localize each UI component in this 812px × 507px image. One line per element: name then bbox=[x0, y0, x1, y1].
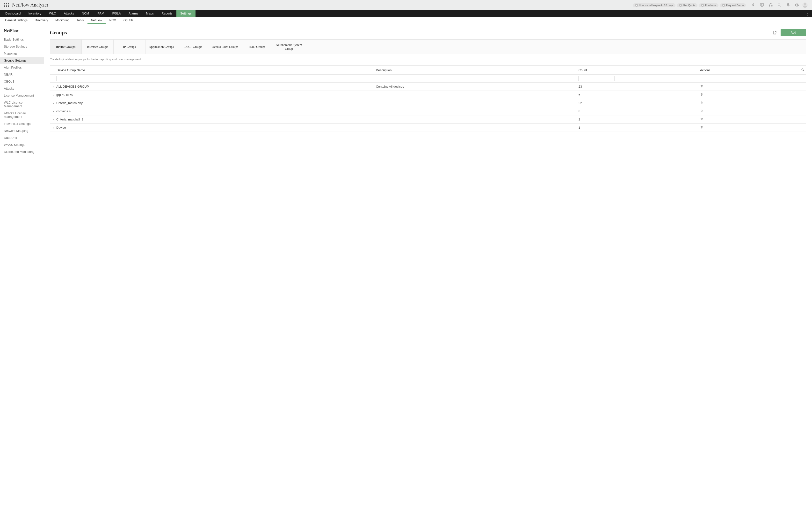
row-name[interactable]: grp 40 to 60 bbox=[56, 93, 73, 97]
secondary-nav-discovery[interactable]: Discovery bbox=[31, 17, 52, 24]
sidebar-item-network-mapping[interactable]: Network Mapping bbox=[0, 127, 44, 134]
primary-nav-ncm[interactable]: NCM bbox=[78, 10, 93, 17]
license-pills: •License will expire in 28 days•Get Quot… bbox=[631, 3, 746, 7]
row-name[interactable]: contains 4 bbox=[56, 109, 70, 113]
svg-rect-1 bbox=[769, 5, 770, 6]
table-row: Device1 bbox=[50, 124, 806, 132]
sidebar-item-storage-settings[interactable]: Storage Settings bbox=[0, 43, 44, 50]
sidebar-item-groups-settings[interactable]: Groups Settings bbox=[0, 57, 44, 64]
sidebar-item-nbar[interactable]: NBAR bbox=[0, 71, 44, 78]
sidebar-item-basic-settings[interactable]: Basic Settings bbox=[0, 36, 44, 43]
tab-device-groups[interactable]: Device Groups bbox=[50, 40, 82, 54]
svg-rect-2 bbox=[772, 5, 772, 6]
primary-nav-maps[interactable]: Maps bbox=[142, 10, 158, 17]
sidebar-item-alert-profiles[interactable]: Alert Profiles bbox=[0, 64, 44, 71]
sidebar-item-attacks[interactable]: Attacks bbox=[0, 85, 44, 92]
tab-application-groups[interactable]: Application Groups bbox=[146, 40, 177, 54]
sidebar-item-flow-filter-settings[interactable]: Flow Filter Settings bbox=[0, 120, 44, 127]
row-name[interactable]: Criteria_matchall_2 bbox=[56, 118, 83, 121]
sidebar-item-distributed-monitoring[interactable]: Distributed Monitoring bbox=[0, 148, 44, 155]
table-search-icon[interactable] bbox=[801, 68, 804, 72]
expand-icon[interactable] bbox=[53, 86, 54, 88]
expand-icon[interactable] bbox=[53, 94, 54, 96]
export-csv-icon[interactable]: CSV bbox=[772, 30, 777, 35]
add-button[interactable]: Add bbox=[780, 29, 806, 36]
primary-nav-dashboard[interactable]: Dashboard bbox=[1, 10, 24, 17]
search-icon[interactable] bbox=[777, 3, 781, 7]
secondary-nav-oputils[interactable]: OpUtils bbox=[120, 17, 137, 24]
secondary-nav-netflow[interactable]: NetFlow bbox=[88, 17, 106, 24]
tab-access-point-groups[interactable]: Access Point Groups bbox=[209, 40, 241, 54]
row-desc bbox=[374, 99, 576, 107]
row-desc: Contains All devices bbox=[374, 82, 576, 91]
pill-eye[interactable]: •Request Demo bbox=[720, 3, 746, 7]
tab-ssid-groups[interactable]: SSID Groups bbox=[241, 40, 273, 54]
sidebar-item-cbqos[interactable]: CBQoS bbox=[0, 78, 44, 85]
eye-icon: • bbox=[722, 4, 725, 7]
sidebar-item-wlc-license-management[interactable]: WLC License Management bbox=[0, 99, 44, 110]
pill-clock[interactable]: •License will expire in 28 days bbox=[633, 3, 675, 7]
user-avatar[interactable] bbox=[802, 2, 808, 8]
delete-icon[interactable] bbox=[700, 109, 703, 113]
table-row: Criteria_match any22 bbox=[50, 99, 806, 107]
secondary-nav-monitoring[interactable]: Monitoring bbox=[52, 17, 73, 24]
dollar-icon: • bbox=[679, 4, 682, 7]
secondary-nav-ncm[interactable]: NCM bbox=[106, 17, 120, 24]
delete-icon[interactable] bbox=[700, 125, 703, 129]
delete-icon[interactable] bbox=[700, 84, 703, 88]
primary-nav-inventory[interactable]: Inventory bbox=[24, 10, 45, 17]
filter-name-input[interactable] bbox=[57, 76, 158, 81]
tab-interface-groups[interactable]: Interface Groups bbox=[82, 40, 114, 54]
th-desc[interactable]: Description bbox=[374, 66, 576, 74]
row-count: 8 bbox=[576, 107, 698, 115]
secondary-nav-tools[interactable]: Tools bbox=[73, 17, 87, 24]
tab-autonomous-system-group[interactable]: Autonomous System Group bbox=[273, 40, 305, 54]
primary-nav-reports[interactable]: Reports bbox=[158, 10, 176, 17]
sidebar-item-mappings[interactable]: Mappings bbox=[0, 50, 44, 57]
filter-count-input[interactable] bbox=[578, 76, 615, 81]
tab-ip-groups[interactable]: IP Groups bbox=[114, 40, 146, 54]
filter-desc-input[interactable] bbox=[376, 76, 477, 81]
sidebar-item-attacks-license-management[interactable]: Attacks License Management bbox=[0, 110, 44, 120]
apps-grid-icon[interactable] bbox=[4, 3, 9, 7]
pill-cart[interactable]: •Purchase bbox=[699, 3, 718, 7]
delete-icon[interactable] bbox=[700, 101, 703, 104]
table-row: ALL DEVICES GROUPContains All devices23 bbox=[50, 82, 806, 91]
gear-icon[interactable] bbox=[795, 3, 799, 7]
group-tabs: Device GroupsInterface GroupsIP GroupsAp… bbox=[50, 39, 806, 54]
primary-nav-ipam[interactable]: IPAM bbox=[93, 10, 108, 17]
row-name[interactable]: Criteria_match any bbox=[56, 101, 83, 105]
expand-icon[interactable] bbox=[53, 111, 54, 113]
pill-dollar[interactable]: •Get Quote bbox=[677, 3, 698, 7]
pill-label: License will expire in 28 days bbox=[639, 4, 673, 7]
primary-nav-attacks[interactable]: Attacks bbox=[60, 10, 78, 17]
th-count[interactable]: Count bbox=[576, 66, 698, 74]
th-name[interactable]: Device Group Name bbox=[50, 66, 374, 74]
headset-icon[interactable] bbox=[768, 3, 773, 7]
pill-label: Get Quote bbox=[683, 4, 695, 7]
expand-icon[interactable] bbox=[53, 102, 54, 104]
row-count: 6 bbox=[576, 91, 698, 99]
row-name[interactable]: Device bbox=[56, 126, 66, 129]
sidebar-title: NetFlow bbox=[0, 28, 44, 36]
bell-icon[interactable] bbox=[786, 3, 790, 7]
primary-nav-alarms[interactable]: Alarms bbox=[125, 10, 142, 17]
secondary-nav-general-settings[interactable]: General Settings bbox=[1, 17, 31, 24]
row-count: 22 bbox=[576, 99, 698, 107]
expand-icon[interactable] bbox=[53, 119, 54, 121]
pill-label: Purchase bbox=[705, 4, 716, 7]
primary-nav-wlc[interactable]: WLC bbox=[45, 10, 60, 17]
sidebar-item-data-unit[interactable]: Data Unit bbox=[0, 134, 44, 141]
delete-icon[interactable] bbox=[700, 117, 703, 121]
primary-nav-ipsla[interactable]: IPSLA bbox=[108, 10, 125, 17]
expand-icon[interactable] bbox=[53, 127, 54, 129]
primary-nav-settings[interactable]: Settings bbox=[176, 10, 196, 17]
sidebar-item-license-management[interactable]: License Management bbox=[0, 92, 44, 99]
delete-icon[interactable] bbox=[700, 93, 703, 96]
tab-dscp-groups[interactable]: DSCP Groups bbox=[177, 40, 209, 54]
presentation-icon[interactable] bbox=[760, 3, 764, 7]
sidebar-item-waas-settings[interactable]: WAAS Settings bbox=[0, 141, 44, 148]
row-name[interactable]: ALL DEVICES GROUP bbox=[56, 85, 89, 89]
more-vert-icon[interactable]: ⋮ bbox=[805, 10, 810, 17]
rocket-icon[interactable] bbox=[751, 3, 755, 7]
